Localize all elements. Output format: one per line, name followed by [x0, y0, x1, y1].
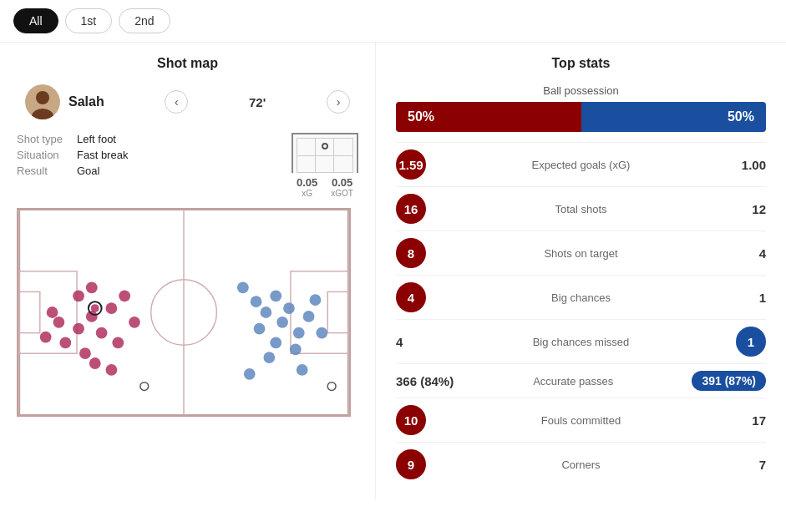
player-avatar	[25, 84, 60, 119]
stat-num-right: 7	[759, 458, 766, 472]
svg-point-45	[316, 327, 327, 339]
player-info: Salah	[25, 84, 104, 119]
stat-left-val: 8	[396, 238, 454, 268]
situation-value: Fast break	[77, 149, 128, 161]
svg-point-15	[96, 327, 108, 339]
svg-point-40	[263, 352, 275, 363]
stat-num-right: 1.00	[742, 158, 766, 172]
stat-num-right: 4	[759, 246, 766, 261]
stat-row: 1.59Expected goals (xG)1.00	[396, 142, 766, 186]
stat-right-val: 17	[707, 413, 766, 428]
svg-point-20	[40, 332, 52, 343]
possession-left: 50%	[396, 102, 581, 132]
stat-badge-red: 8	[396, 238, 426, 268]
stat-label: Total shots	[454, 203, 707, 215]
stat-right-val: 1	[707, 327, 766, 357]
stat-num-right: 17	[752, 413, 766, 428]
top-stats-panel: Top stats Ball possession 50% 50% 1.59Ex…	[376, 43, 786, 499]
stat-label: Fouls committed	[454, 414, 707, 427]
player-name: Salah	[68, 94, 104, 109]
stat-right-val: 1	[707, 291, 766, 305]
svg-rect-8	[18, 298, 19, 326]
tab-1st[interactable]: 1st	[65, 8, 113, 33]
stat-num-right: 1	[759, 291, 766, 305]
pitch-container	[17, 208, 351, 417]
svg-point-37	[303, 311, 315, 322]
svg-point-23	[86, 282, 98, 294]
stat-row: 9Corners7	[396, 442, 766, 486]
next-player-button[interactable]: ›	[327, 90, 350, 114]
svg-point-17	[59, 337, 71, 349]
svg-point-1	[36, 91, 49, 104]
svg-point-31	[251, 296, 262, 307]
possession-label: Ball possession	[396, 84, 766, 97]
svg-point-14	[86, 311, 98, 322]
stat-right-val: 4	[707, 246, 766, 261]
stat-row: 4Big chances1	[396, 275, 766, 319]
svg-point-24	[129, 317, 140, 328]
stat-plain-left: 4	[396, 335, 403, 349]
xg-labels: 0.05 xG 0.05 xGOT	[297, 176, 353, 198]
shot-meta: Shot type Left foot Situation Fast break…	[17, 133, 275, 180]
goal-frame-container: 0.05 xG 0.05 xGOT	[292, 133, 358, 198]
stat-left-val: 4	[396, 282, 454, 312]
stat-row: 366 (84%)Accurate passes391 (87%)	[396, 363, 766, 398]
svg-point-34	[276, 317, 288, 328]
svg-point-43	[297, 364, 308, 376]
stat-row: 16Total shots12	[396, 186, 766, 231]
svg-point-36	[293, 327, 305, 339]
svg-point-27	[47, 307, 58, 318]
svg-point-42	[244, 368, 256, 380]
svg-rect-11	[348, 298, 349, 326]
stat-plain-left: 366 (84%)	[396, 374, 454, 388]
possession-right: 50%	[581, 102, 767, 132]
shot-type-label: Shot type	[17, 133, 67, 145]
shot-map-title: Shot map	[17, 56, 358, 71]
shot-type-row: Shot type Left foot	[17, 133, 275, 145]
stat-badge-red: 4	[396, 282, 426, 312]
stat-num-right: 12	[752, 202, 766, 216]
shot-map-panel: Shot map Salah ‹ 72' ›	[0, 43, 376, 499]
svg-point-22	[73, 290, 84, 301]
svg-point-41	[310, 294, 322, 306]
stat-row: 4Big chances missed1	[396, 319, 766, 363]
stat-badge-red: 1.59	[396, 149, 426, 180]
goal-dot	[322, 143, 328, 149]
svg-point-25	[89, 357, 101, 369]
stat-badge-red: 16	[396, 194, 426, 224]
tab-bar: All 1st 2nd	[0, 0, 786, 43]
svg-point-16	[106, 302, 118, 314]
svg-point-26	[106, 364, 118, 376]
main-layout: Shot map Salah ‹ 72' ›	[0, 43, 786, 499]
situation-row: Situation Fast break	[17, 149, 275, 161]
result-label: Result	[17, 165, 67, 177]
svg-point-13	[73, 323, 84, 335]
xgot-value: 0.05 xGOT	[331, 176, 353, 198]
tab-all[interactable]: All	[13, 8, 58, 33]
stat-row: 10Fouls committed17	[396, 398, 766, 442]
situation-label: Situation	[17, 149, 67, 161]
svg-point-44	[254, 323, 266, 335]
svg-point-29	[91, 304, 99, 312]
svg-point-39	[270, 337, 281, 349]
svg-point-19	[79, 347, 91, 359]
top-stats-title: Top stats	[396, 56, 766, 71]
stat-badge-red: 9	[396, 449, 426, 479]
stat-right-val: 12	[707, 202, 766, 216]
tab-2nd[interactable]: 2nd	[119, 8, 170, 33]
svg-point-12	[53, 317, 65, 328]
stat-left-val: 16	[396, 194, 454, 224]
svg-point-35	[283, 302, 295, 314]
stat-left-val: 1.59	[396, 149, 454, 180]
svg-point-18	[112, 337, 124, 349]
stat-left-val: 4	[396, 335, 454, 349]
stat-pill-blue: 391 (87%)	[692, 371, 766, 391]
prev-player-button[interactable]: ‹	[165, 90, 188, 114]
possession-bar: 50% 50%	[396, 102, 766, 132]
stat-label: Shots on target	[454, 247, 707, 260]
stat-left-val: 10	[396, 405, 454, 435]
minute-display: 72'	[249, 95, 266, 109]
xg-value: 0.05 xG	[297, 176, 317, 198]
stat-row: 8Shots on target4	[396, 231, 766, 275]
svg-point-32	[261, 307, 272, 318]
